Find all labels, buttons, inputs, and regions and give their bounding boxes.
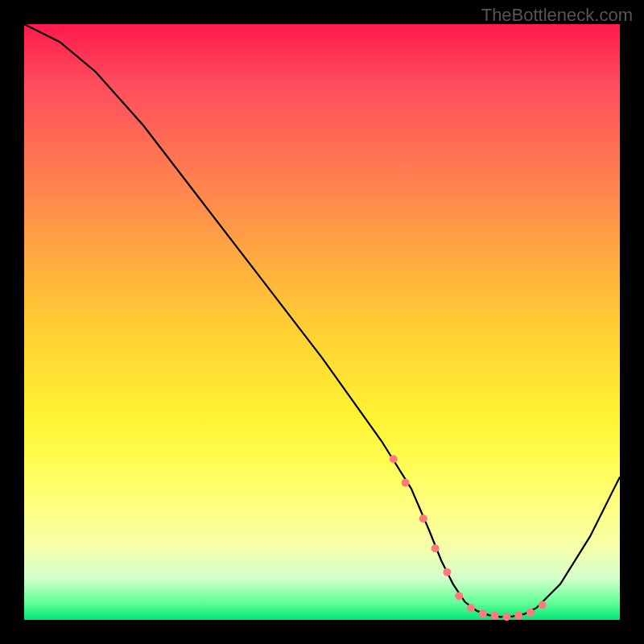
- marker-dot: [539, 601, 547, 609]
- chart-plot-area: [24, 24, 620, 620]
- highlight-markers: [390, 455, 547, 621]
- marker-dot: [419, 514, 427, 522]
- marker-dot: [402, 479, 410, 487]
- marker-dot: [491, 612, 499, 620]
- bottleneck-curve-line: [24, 24, 620, 617]
- marker-dot: [526, 609, 535, 617]
- chart-svg: [24, 24, 620, 620]
- marker-dot: [479, 610, 487, 618]
- marker-dot: [514, 612, 522, 620]
- marker-dot: [443, 568, 451, 576]
- marker-dot: [502, 613, 510, 621]
- marker-dot: [390, 455, 398, 463]
- marker-dot: [467, 604, 475, 612]
- watermark-text: TheBottleneck.com: [481, 5, 633, 26]
- marker-dot: [455, 592, 463, 600]
- marker-dot: [431, 544, 440, 552]
